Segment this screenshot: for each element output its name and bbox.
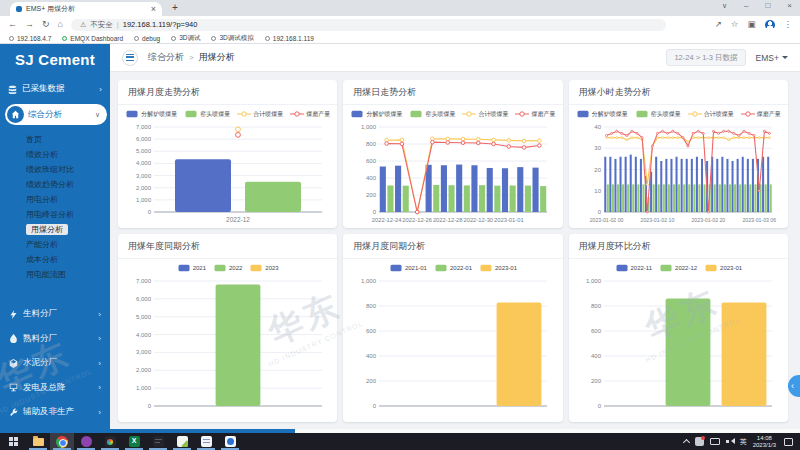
browser-tab[interactable]: EMS+ 用煤分析 xyxy=(10,2,162,16)
svg-text:0: 0 xyxy=(147,403,151,409)
legend-item-1[interactable]: 2022-01 xyxy=(434,264,472,272)
new-tab-button[interactable] xyxy=(172,2,178,13)
start-button[interactable] xyxy=(0,433,26,450)
window-close-button[interactable] xyxy=(787,1,792,10)
taskbar-app-photos[interactable] xyxy=(98,433,122,450)
legend-item-2[interactable]: 2023 xyxy=(249,264,278,272)
sidebar-group-4[interactable]: 辅助及非生产 xyxy=(0,400,110,425)
chart-plot[interactable]: 01,0002,0003,0004,0005,0006,0007,0002022… xyxy=(127,121,329,225)
bookmark-5[interactable]: 192.168.1.119 xyxy=(265,35,314,42)
address-bar[interactable]: 不安全 | 192.168.1.119/?p=940 xyxy=(71,19,666,31)
legend-item-0[interactable]: 2022-11 xyxy=(615,264,653,272)
sidebar-item-8[interactable]: 成本分析 xyxy=(0,252,110,267)
legend-label: 窑头喷煤量 xyxy=(425,110,455,119)
legend-item-1[interactable]: 窑头喷煤量 xyxy=(409,110,455,119)
taskbar-app-docs[interactable] xyxy=(194,433,218,450)
legend-item-3[interactable]: 煤磨产量 xyxy=(741,110,781,119)
bolt-icon xyxy=(9,310,18,319)
legend-item-3[interactable]: 煤磨产量 xyxy=(515,110,555,119)
sidebar-item-5[interactable]: 用电峰谷分析 xyxy=(0,207,110,222)
window-maximize-button[interactable] xyxy=(765,1,770,10)
legend-item-2[interactable]: 合计喷煤量 xyxy=(462,110,508,119)
taskbar-app-editor[interactable] xyxy=(170,433,194,450)
side-panel-icon[interactable] xyxy=(747,20,755,29)
legend-item-1[interactable]: 2022 xyxy=(213,264,242,272)
taskbar-clock[interactable]: 14:08 2023/1/3 xyxy=(753,435,776,449)
svg-text:10: 10 xyxy=(595,188,602,194)
breadcrumb-root[interactable]: 综合分析 xyxy=(148,51,184,64)
tab-close-icon[interactable] xyxy=(151,4,156,14)
sidebar-item-6[interactable]: 用煤分析 xyxy=(0,222,110,237)
profile-avatar[interactable] xyxy=(765,20,775,30)
bookmark-2[interactable]: debug xyxy=(134,35,160,42)
chart-plot[interactable]: 0102030402023-01-02 002023-01-02 102023-… xyxy=(577,121,779,225)
sidebar-item-4[interactable]: 用电分析 xyxy=(0,192,110,207)
chart-plot[interactable]: 01,0002,0003,0004,0005,0006,0007,000 xyxy=(127,275,329,419)
legend-item-1[interactable]: 窑头喷煤量 xyxy=(635,110,681,119)
taskbar-app-purple[interactable] xyxy=(74,433,98,450)
sidebar-group-0[interactable]: 生料分厂 xyxy=(0,302,110,327)
sidebar-group-label: 综合分析 xyxy=(28,109,62,121)
tray-app-badge-icon[interactable] xyxy=(695,437,704,446)
legend-item-3[interactable]: 煤磨产量 xyxy=(290,110,330,119)
action-center-icon[interactable] xyxy=(784,438,793,446)
chart-plot[interactable]: 02004006008001,000 xyxy=(577,275,779,419)
taskbar-app-blue[interactable] xyxy=(218,433,242,450)
legend-item-0[interactable]: 分解炉喷煤量 xyxy=(125,110,177,119)
legend-item-2[interactable]: 2023-01 xyxy=(479,264,517,272)
chart-plot[interactable]: 02004006008001,000 xyxy=(352,275,554,419)
taskbar-file-explorer[interactable] xyxy=(26,433,50,450)
collapse-menu-button[interactable] xyxy=(122,50,138,66)
display-icon[interactable] xyxy=(710,438,720,445)
chart-plot[interactable]: 02004006008001,0002022-12-242022-12-2620… xyxy=(352,121,554,225)
taskbar-chrome[interactable] xyxy=(50,433,74,450)
sidebar-item-0[interactable]: 首页 xyxy=(0,132,110,147)
legend-item-0[interactable]: 2021-01 xyxy=(389,264,427,272)
legend-item-0[interactable]: 分解炉喷煤量 xyxy=(576,110,628,119)
ime-indicator[interactable]: 英 xyxy=(740,437,747,447)
taskbar-app-media[interactable] xyxy=(146,433,170,450)
legend-item-2[interactable]: 合计喷煤量 xyxy=(688,110,734,119)
not-secure-icon[interactable] xyxy=(80,20,86,29)
bookmark-1[interactable]: EMQX Dashboard xyxy=(62,35,123,42)
legend-bar-marker xyxy=(409,110,423,118)
globe-icon xyxy=(134,36,139,41)
bookmark-0[interactable]: 192.168.4.7 xyxy=(9,35,51,42)
browser-menu-icon[interactable] xyxy=(784,20,793,29)
audio-icon[interactable] xyxy=(726,438,734,445)
hidden-icons-chevron[interactable] xyxy=(683,439,690,446)
sidebar-group-3[interactable]: 发电及总降 xyxy=(0,376,110,401)
chevron-right-icon xyxy=(98,383,101,392)
sidebar-group-2[interactable]: 水泥分厂 xyxy=(0,351,110,376)
user-menu[interactable]: EMS+ xyxy=(756,53,788,63)
sidebar-group-1[interactable]: 熟料分厂 xyxy=(0,327,110,352)
window-minimize-button[interactable] xyxy=(744,1,748,10)
legend-bar-marker xyxy=(434,264,448,272)
bookmark-3[interactable]: 3D调试 xyxy=(171,34,200,43)
date-range-button[interactable]: 12-24 > 1-3 日数据 xyxy=(666,49,745,66)
bookmark-4[interactable]: 3D调试模拟 xyxy=(211,34,253,43)
sidebar-item-1[interactable]: 绩效分析 xyxy=(0,147,110,162)
legend-item-2[interactable]: 合计喷煤量 xyxy=(237,110,283,119)
svg-text:1,000: 1,000 xyxy=(586,278,602,284)
legend-item-2[interactable]: 2023-01 xyxy=(704,264,742,272)
sidebar-group-comprehensive-analysis[interactable]: 综合分析 xyxy=(5,104,107,125)
sidebar-item-3[interactable]: 绩效趋势分析 xyxy=(0,177,110,192)
legend-item-1[interactable]: 2022-12 xyxy=(659,264,697,272)
home-icon[interactable] xyxy=(58,20,63,29)
tab-search-icon[interactable] xyxy=(722,1,727,10)
legend-item-1[interactable]: 窑头喷煤量 xyxy=(184,110,230,119)
sidebar-group-collected-data[interactable]: 已采集数据 xyxy=(8,83,102,95)
bookmark-star-icon[interactable] xyxy=(731,20,739,29)
taskbar-excel[interactable] xyxy=(122,433,146,450)
reload-icon[interactable] xyxy=(42,20,50,29)
share-icon[interactable] xyxy=(715,20,722,29)
sidebar-item-7[interactable]: 产能分析 xyxy=(0,237,110,252)
legend-item-0[interactable]: 2021 xyxy=(177,264,206,272)
forward-icon[interactable] xyxy=(25,20,34,29)
sidebar-item-9[interactable]: 用电能流图 xyxy=(0,267,110,282)
sidebar-item-2[interactable]: 绩效班组对比 xyxy=(0,162,110,177)
legend-item-0[interactable]: 分解炉喷煤量 xyxy=(350,110,402,119)
url-separator: | xyxy=(117,20,119,29)
back-icon[interactable] xyxy=(8,20,17,29)
